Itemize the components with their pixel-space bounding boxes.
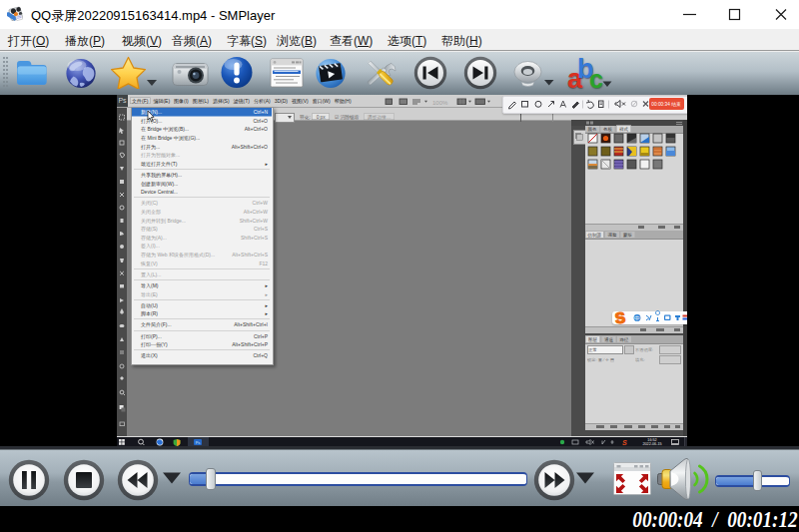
svg-text:中: 中 [634,315,640,321]
svg-text:S: S [614,310,626,325]
svg-text:S: S [622,439,627,446]
svg-text:100%: 100% [432,100,448,106]
